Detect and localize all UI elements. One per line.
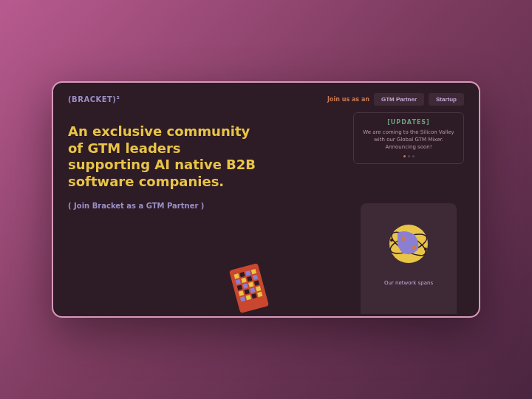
updates-text: We are coming to the Silicon Valley with… — [361, 129, 456, 151]
header: (BRACKET)² Join us as an GTM Partner Sta… — [53, 83, 479, 116]
svg-point-5 — [390, 239, 393, 242]
updates-panel: [UPDATES] We are coming to the Silicon V… — [353, 112, 464, 164]
hero-headline: An exclusive community of GTM leaders su… — [68, 123, 258, 190]
nav: Join us as an GTM Partner Startup — [327, 93, 464, 106]
dot-2[interactable] — [408, 155, 410, 157]
carousel-dots — [361, 155, 456, 157]
network-card[interactable]: Our network spans — [361, 203, 457, 314]
svg-point-6 — [424, 248, 427, 250]
app-window: (BRACKET)² Join us as an GTM Partner Sta… — [52, 81, 480, 318]
join-cta-link[interactable]: ( Join Bracket as a GTM Partner ) — [68, 202, 258, 210]
network-caption: Our network spans — [384, 280, 433, 286]
building-icon — [223, 255, 275, 318]
startup-button[interactable]: Startup — [429, 93, 464, 106]
dot-1[interactable] — [403, 155, 406, 157]
svg-point-3 — [401, 236, 406, 241]
globe-icon — [383, 218, 434, 270]
svg-rect-7 — [229, 263, 269, 313]
svg-point-4 — [412, 246, 416, 250]
main-content: An exclusive community of GTM leaders su… — [53, 116, 479, 314]
dot-3[interactable] — [412, 155, 415, 157]
updates-title: [UPDATES] — [361, 119, 456, 126]
logo[interactable]: (BRACKET)² — [68, 95, 120, 103]
gtm-partner-button[interactable]: GTM Partner — [374, 93, 424, 106]
nav-join-label: Join us as an — [327, 96, 369, 103]
